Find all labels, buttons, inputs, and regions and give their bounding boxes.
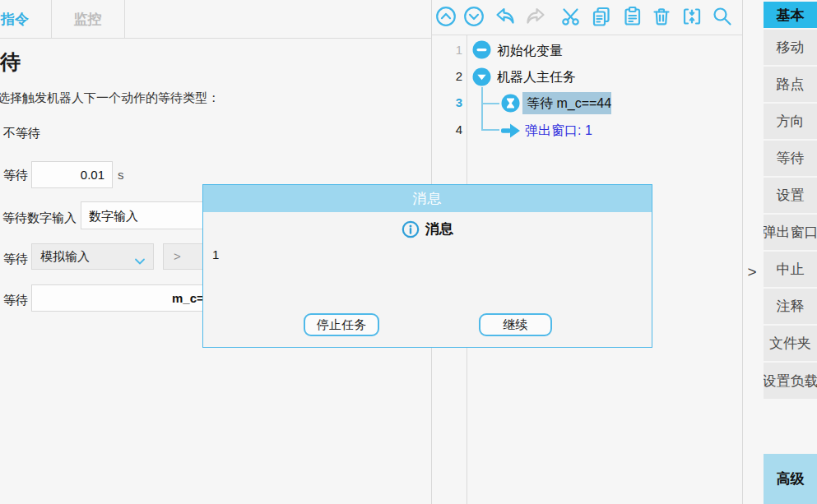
move-up-button[interactable] [434, 6, 457, 30]
seconds-unit-label: s [118, 168, 124, 182]
line-number: 1 [438, 43, 462, 57]
wait-seconds-input[interactable]: 0.01 [31, 161, 113, 188]
tab-monitor[interactable]: 监控 [51, 0, 124, 39]
sidebar-item-abort[interactable]: 中止 [764, 252, 817, 287]
circle-arrow-down-icon [463, 6, 485, 27]
move-down-button[interactable] [462, 6, 485, 30]
message-dialog: 消息 消息 1 停止任务 继续 [202, 184, 652, 348]
scissors-icon [560, 6, 582, 27]
analog-input-select[interactable]: 模拟输入 [31, 243, 154, 270]
tab-bar: 指令 监控 [0, 0, 431, 39]
option-wait-analog-label: 等待 [3, 252, 28, 267]
wait-hourglass-icon [501, 94, 520, 116]
sidebar-header-advanced[interactable]: 高级 [764, 454, 817, 504]
tree-connector [481, 129, 499, 131]
line-number: 2 [438, 69, 462, 83]
trash-icon [651, 6, 672, 27]
sidebar-item-comment[interactable]: 注释 [764, 289, 817, 324]
redo-icon [525, 6, 546, 27]
dialog-title: 消息 [203, 185, 652, 212]
dialog-message-content: 1 [212, 247, 219, 261]
toolbar-divider [431, 35, 742, 35]
analog-input-select-value: 模拟输入 [40, 249, 90, 263]
paste-icon [622, 6, 643, 27]
tree-connector [481, 87, 483, 131]
option-wait-digital-label: 等待数字输入 [2, 210, 77, 226]
search-button[interactable] [711, 6, 734, 30]
sidebar-item-popup[interactable]: 弹出窗口 [764, 215, 817, 250]
option-no-wait[interactable]: 不等待 [3, 126, 40, 141]
sidebar-item-payload[interactable]: 设置负载 [764, 363, 817, 399]
tree-row-main-task[interactable]: 机器人主任务 [497, 69, 576, 86]
option-wait-expression-label: 等待 [3, 293, 28, 308]
line-number: 4 [438, 123, 462, 136]
stop-task-button[interactable]: 停止任务 [304, 313, 379, 336]
search-icon [712, 6, 733, 27]
sidebar-item-direction[interactable]: 方向 [764, 104, 817, 139]
sidebar-item-move[interactable]: 移动 [764, 30, 817, 65]
tree-row-popup[interactable]: 弹出窗口: 1 [525, 123, 592, 140]
tree-row-init-variables[interactable]: 初始化变量 [497, 43, 563, 60]
continue-button[interactable]: 继续 [479, 313, 552, 336]
chevron-down-icon [134, 254, 146, 268]
copy-icon [591, 6, 612, 27]
copy-button[interactable] [590, 6, 613, 30]
wait-type-description: 选择触发机器人下一个动作的等待类型： [0, 90, 220, 106]
sidebar-item-folder[interactable]: 文件夹 [764, 326, 817, 361]
circle-arrow-up-icon [435, 6, 457, 27]
line-number: 3 [438, 95, 462, 109]
sidebar-item-waypoint[interactable]: 路点 [764, 67, 817, 102]
undo-icon [494, 6, 516, 27]
expand-triangle-icon[interactable] [472, 67, 491, 90]
delete-button[interactable] [650, 6, 673, 30]
collapse-fit-button[interactable] [680, 6, 703, 30]
panel-divider [742, 0, 743, 504]
sidebar-item-set[interactable]: 设置 [764, 178, 817, 213]
panel-collapse-handle[interactable]: > [743, 263, 761, 286]
tab-command[interactable]: 指令 [1, 0, 29, 39]
redo-button[interactable] [524, 6, 547, 30]
sidebar-item-wait[interactable]: 等待 [764, 141, 817, 176]
info-icon [402, 220, 420, 238]
sidebar-header-basic[interactable]: 基本 [764, 2, 817, 28]
paste-button[interactable] [621, 6, 644, 30]
dialog-message-heading: 消息 [425, 220, 453, 238]
tree-row-wait-selected[interactable]: 等待 m_c==44 [527, 95, 611, 113]
cut-button[interactable] [559, 6, 583, 30]
undo-button[interactable] [494, 6, 517, 30]
tree-connector [481, 103, 499, 104]
option-wait-seconds-label: 等待 [3, 168, 28, 183]
tab-separator [124, 0, 125, 39]
page-title: 等待 [0, 49, 22, 76]
init-variables-icon [472, 40, 491, 62]
arrow-right-icon [500, 122, 522, 143]
collapse-fit-icon [681, 6, 703, 27]
